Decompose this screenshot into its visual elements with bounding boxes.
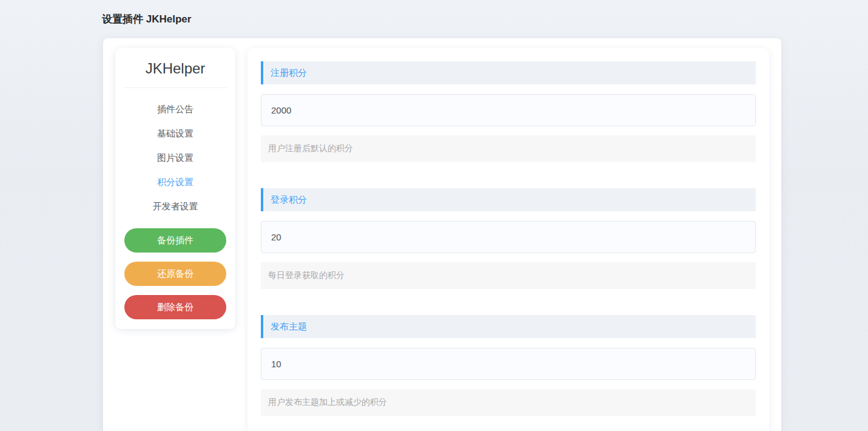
sidebar-item-image-settings[interactable]: 图片设置 (115, 146, 235, 170)
backup-plugin-button[interactable]: 备份插件 (124, 228, 226, 253)
register-points-section: 注册积分 用户注册后默认的积分 (261, 61, 756, 162)
register-points-input[interactable] (261, 94, 756, 126)
post-topic-points-section: 发布主题 用户发布主题加上或减少的积分 (261, 315, 756, 416)
sidebar-item-plugin-announcement[interactable]: 插件公告 (115, 97, 235, 121)
login-points-help-text: 每日登录获取的积分 (261, 262, 756, 289)
login-points-section: 登录积分 每日登录获取的积分 (261, 188, 756, 289)
post-topic-points-input[interactable] (261, 348, 756, 380)
register-points-section-title: 注册积分 (261, 61, 756, 84)
sidebar-card: JKHelper 插件公告 基础设置 图片设置 积分设置 开发者设置 备份插件 … (115, 48, 235, 329)
main-panel: 注册积分 用户注册后默认的积分 登录积分 每日登录获取的积分 发布主题 用户发布… (247, 48, 769, 431)
post-topic-points-section-title: 发布主题 (261, 315, 756, 338)
sidebar-item-points-settings[interactable]: 积分设置 (115, 170, 235, 194)
sidebar-menu: 插件公告 基础设置 图片设置 积分设置 开发者设置 (115, 88, 235, 219)
login-points-section-title: 登录积分 (261, 188, 756, 211)
register-points-help-text: 用户注册后默认的积分 (261, 135, 756, 162)
sidebar-title: JKHelper (115, 48, 235, 77)
content-wrapper: JKHelper 插件公告 基础设置 图片设置 积分设置 开发者设置 备份插件 … (103, 38, 781, 431)
page-title: 设置插件 JKHelper (102, 12, 191, 26)
post-topic-points-help-text: 用户发布主题加上或减少的积分 (261, 389, 756, 416)
sidebar-item-basic-settings[interactable]: 基础设置 (115, 121, 235, 146)
restore-backup-button[interactable]: 还原备份 (124, 262, 226, 286)
sidebar-actions: 备份插件 还原备份 删除备份 (115, 219, 235, 319)
sidebar-item-developer-settings[interactable]: 开发者设置 (115, 194, 235, 219)
login-points-input[interactable] (261, 221, 756, 253)
delete-backup-button[interactable]: 删除备份 (124, 295, 226, 319)
